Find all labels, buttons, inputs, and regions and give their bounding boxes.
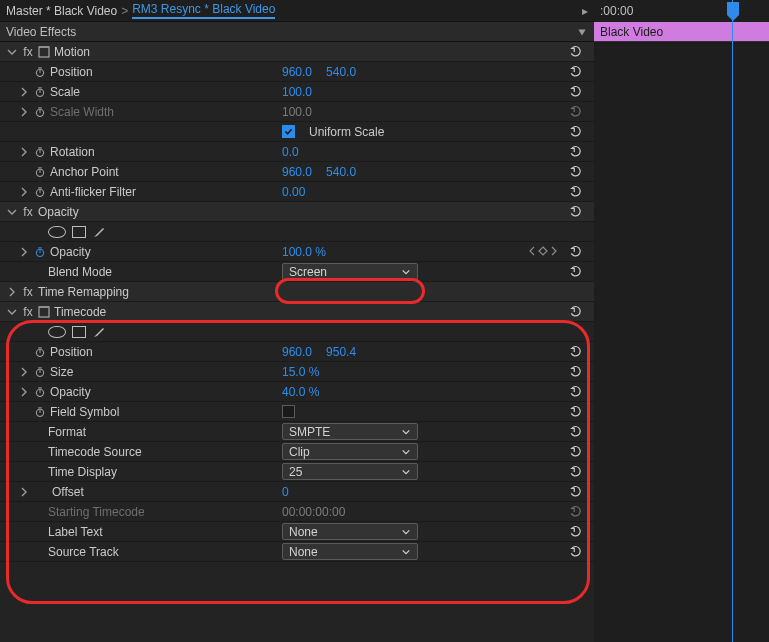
fx-toggle[interactable]: fx bbox=[22, 305, 34, 319]
reset-icon[interactable] bbox=[569, 445, 583, 459]
timeline-clip[interactable]: Black Video bbox=[594, 22, 769, 42]
group-time-remapping[interactable]: fx Time Remapping bbox=[0, 282, 594, 302]
reset-icon[interactable] bbox=[569, 245, 583, 259]
reset-icon[interactable] bbox=[569, 185, 583, 199]
stopwatch-icon[interactable] bbox=[34, 405, 46, 419]
ellipse-mask-icon[interactable] bbox=[48, 326, 66, 338]
stopwatch-icon[interactable] bbox=[34, 345, 46, 359]
reset-icon[interactable] bbox=[569, 425, 583, 439]
prop-opacity-blend: Blend Mode Screen bbox=[0, 262, 594, 282]
source-track-dropdown[interactable]: None bbox=[282, 543, 418, 560]
pen-mask-icon[interactable] bbox=[92, 325, 106, 339]
transform-box-icon[interactable] bbox=[38, 46, 50, 58]
value-x[interactable]: 960.0 bbox=[282, 345, 312, 359]
reset-icon[interactable] bbox=[569, 365, 583, 379]
stopwatch-icon[interactable] bbox=[34, 365, 46, 379]
value-y[interactable]: 540.0 bbox=[326, 65, 356, 79]
ellipse-mask-icon[interactable] bbox=[48, 226, 66, 238]
group-timecode[interactable]: fx Timecode bbox=[0, 302, 594, 322]
value[interactable]: 0 bbox=[282, 485, 289, 499]
value-x[interactable]: 960.0 bbox=[282, 165, 312, 179]
crumb-master[interactable]: Master * Black Video bbox=[6, 4, 117, 18]
reset-icon[interactable] bbox=[569, 485, 583, 499]
chevron-down-icon[interactable] bbox=[6, 306, 18, 318]
reset-icon[interactable] bbox=[569, 385, 583, 399]
uniform-scale-checkbox[interactable] bbox=[282, 125, 295, 138]
value[interactable]: 0.00 bbox=[282, 185, 305, 199]
group-label: Motion bbox=[54, 45, 90, 59]
value[interactable]: 100.0 bbox=[282, 85, 312, 99]
reset-icon[interactable] bbox=[569, 165, 583, 179]
pen-mask-icon[interactable] bbox=[92, 225, 106, 239]
chevron-right-icon[interactable] bbox=[18, 186, 30, 198]
chevron-right-icon[interactable] bbox=[18, 486, 30, 498]
transform-box-icon[interactable] bbox=[38, 306, 50, 318]
reset-icon[interactable] bbox=[569, 265, 583, 279]
crumb-clip[interactable]: RM3 Resync * Black Video bbox=[132, 2, 275, 19]
chevron-right-icon[interactable] bbox=[18, 366, 30, 378]
value-x[interactable]: 960.0 bbox=[282, 65, 312, 79]
rect-mask-icon[interactable] bbox=[72, 226, 86, 238]
reset-icon[interactable] bbox=[569, 465, 583, 479]
timeline-body[interactable] bbox=[594, 44, 769, 642]
blend-mode-dropdown[interactable]: Screen bbox=[282, 263, 418, 280]
reset-icon[interactable] bbox=[569, 145, 583, 159]
chevron-right-icon[interactable] bbox=[18, 386, 30, 398]
chevron-right-icon[interactable] bbox=[18, 86, 30, 98]
stopwatch-icon[interactable] bbox=[34, 65, 46, 79]
rect-mask-icon[interactable] bbox=[72, 326, 86, 338]
reset-icon[interactable] bbox=[569, 545, 583, 559]
stopwatch-icon[interactable] bbox=[34, 385, 46, 399]
playhead[interactable] bbox=[732, 0, 733, 642]
reset-icon[interactable] bbox=[569, 345, 583, 359]
stopwatch-icon[interactable] bbox=[34, 85, 46, 99]
fx-toggle[interactable]: fx bbox=[22, 285, 34, 299]
chevron-down-icon[interactable] bbox=[6, 46, 18, 58]
reset-icon[interactable] bbox=[569, 405, 583, 419]
value-y[interactable]: 540.0 bbox=[326, 165, 356, 179]
chevron-down-icon bbox=[401, 267, 411, 277]
prev-key-icon[interactable] bbox=[528, 245, 536, 259]
reset-icon[interactable] bbox=[569, 85, 583, 99]
stopwatch-icon[interactable] bbox=[34, 245, 46, 259]
value[interactable]: 100.0 % bbox=[282, 245, 326, 259]
prop-label: Label Text bbox=[48, 525, 103, 539]
group-opacity[interactable]: fx Opacity bbox=[0, 202, 594, 222]
reset-icon[interactable] bbox=[569, 125, 583, 139]
playhead-icon[interactable] bbox=[727, 2, 739, 15]
value[interactable]: 40.0 % bbox=[282, 385, 319, 399]
stopwatch-icon[interactable] bbox=[34, 165, 46, 179]
prop-motion-uniform: Uniform Scale bbox=[0, 122, 594, 142]
fx-toggle[interactable]: fx bbox=[22, 205, 34, 219]
prop-label: Uniform Scale bbox=[309, 125, 384, 139]
next-key-icon[interactable] bbox=[550, 245, 558, 259]
format-dropdown[interactable]: SMPTE bbox=[282, 423, 418, 440]
chevron-down-icon[interactable] bbox=[6, 206, 18, 218]
add-key-icon[interactable] bbox=[538, 245, 548, 259]
timeline-ruler[interactable]: :00:00 bbox=[594, 0, 769, 22]
tc-source-dropdown[interactable]: Clip bbox=[282, 443, 418, 460]
reset-icon[interactable] bbox=[569, 65, 583, 79]
group-motion[interactable]: fx Motion bbox=[0, 42, 594, 62]
keyframe-timeline[interactable]: :00:00 Black Video bbox=[594, 0, 769, 642]
reset-icon[interactable] bbox=[569, 305, 583, 319]
reset-icon[interactable] bbox=[569, 205, 583, 219]
label-text-dropdown[interactable]: None bbox=[282, 523, 418, 540]
value[interactable]: 0.0 bbox=[282, 145, 299, 159]
chevron-right-icon[interactable] bbox=[18, 146, 30, 158]
panel-menu-icon[interactable] bbox=[576, 26, 588, 38]
chevron-down-icon bbox=[401, 527, 411, 537]
reset-icon[interactable] bbox=[569, 45, 583, 59]
stopwatch-icon[interactable] bbox=[34, 185, 46, 199]
value-y[interactable]: 950.4 bbox=[326, 345, 356, 359]
chevron-right-icon[interactable] bbox=[18, 246, 30, 258]
play-only-icon[interactable]: ▸ bbox=[582, 4, 588, 18]
stopwatch-icon[interactable] bbox=[34, 145, 46, 159]
prop-label: Opacity bbox=[50, 385, 91, 399]
field-symbol-checkbox[interactable] bbox=[282, 405, 295, 418]
time-display-dropdown[interactable]: 25 bbox=[282, 463, 418, 480]
reset-icon[interactable] bbox=[569, 525, 583, 539]
value[interactable]: 15.0 % bbox=[282, 365, 319, 379]
chevron-right-icon[interactable] bbox=[6, 286, 18, 298]
fx-toggle[interactable]: fx bbox=[22, 45, 34, 59]
